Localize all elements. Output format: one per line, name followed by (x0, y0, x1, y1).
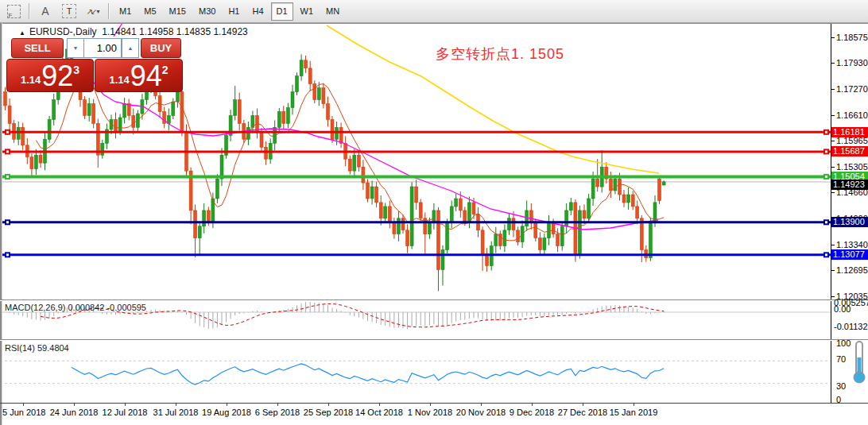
date-tick (176, 403, 176, 406)
date-tick (481, 403, 482, 406)
toolbar-separator (108, 3, 110, 19)
date-label: 24 Jun 2018 (50, 408, 99, 417)
volume-increase-button[interactable]: ▲ (122, 38, 139, 58)
symbol-collapse-icon[interactable]: ▲ (19, 29, 25, 37)
axis-tick (831, 89, 835, 90)
axis-tick (831, 115, 835, 116)
rsi-label: RSI(14) 59.4804 (5, 343, 69, 353)
date-tick (430, 403, 431, 406)
window-left-border (0, 23, 2, 425)
chevron-down-icon[interactable]: ▾ (96, 8, 99, 15)
date-label: 31 Jul 2018 (153, 408, 199, 417)
date-label: 6 Sep 2018 (255, 408, 300, 417)
date-label: 12 Jul 2018 (103, 408, 148, 417)
date-tick (634, 403, 634, 406)
chart-annotation-text: 多空转折点1. 1505 (436, 44, 564, 64)
axis-tick (831, 63, 835, 64)
buy-price-prefix: 1.14 (109, 74, 129, 86)
rsi-axis-label: 30 (836, 382, 846, 391)
date-tick (277, 403, 278, 406)
buy-price-main: 94 (130, 63, 162, 89)
date-tick (227, 403, 227, 406)
axis-tick (831, 167, 835, 168)
chart-header: ▲EURUSD-,Daily 1.14841 1.14958 1.14835 1… (19, 26, 248, 37)
date-label: 9 Dec 2018 (510, 408, 554, 417)
chart-area: ▲EURUSD-,Daily 1.14841 1.14958 1.14835 1… (0, 23, 868, 425)
timeframe-button-mn[interactable]: MN (320, 2, 345, 21)
date-tick (328, 403, 329, 406)
price-badge: 1.15687 (831, 146, 868, 156)
date-label: 25 Sep 2018 (304, 408, 353, 417)
macd-axis-label: 0.00 (834, 305, 851, 314)
rsi-panel-canvas[interactable] (0, 341, 831, 403)
macd-value-main: 0.000842 (68, 303, 104, 312)
macd-axis-label: -0.011328 (834, 323, 868, 331)
timeframe-button-h1[interactable]: H1 (223, 2, 245, 21)
trading-terminal-window: F A T ↗↙ ▾ M1M5M15M30H1H4D1W1MN ▲EURUSD-… (0, 0, 868, 425)
sell-price-box[interactable]: 1.14923 (6, 59, 94, 92)
buy-price-box[interactable]: 1.14942 (95, 59, 183, 92)
price-badge: 1.13077 (831, 249, 868, 260)
price-badge: 1.16181 (831, 127, 868, 137)
rsi-axis-label: 70 (836, 355, 846, 364)
thermometer-icon (853, 340, 866, 386)
price-tick-label: 1.17270 (836, 84, 868, 94)
timeframe-buttons: M1M5M15M30H1H4D1W1MN (113, 2, 346, 21)
axis-tick (831, 37, 835, 38)
rsi-value: 59.4804 (37, 343, 69, 353)
timeframe-button-m1[interactable]: M1 (114, 2, 137, 21)
symbol-title: EURUSD-,Daily (29, 26, 97, 37)
date-label: 5 Jun 2018 (2, 408, 45, 417)
axis-tick (831, 192, 835, 193)
date-tick (583, 403, 583, 406)
timeframe-button-d1[interactable]: D1 (271, 2, 293, 21)
axis-tick (831, 296, 835, 297)
font-tool-icon[interactable]: A (34, 2, 56, 21)
date-label: 20 Nov 2018 (456, 408, 506, 417)
date-label: 19 Aug 2018 (202, 408, 251, 417)
timeframe-button-m5[interactable]: M5 (138, 2, 161, 21)
price-tick-label: 1.15305 (836, 162, 868, 172)
date-label: 27 Dec 2018 (558, 408, 607, 417)
macd-value-signal: -0.000595 (107, 303, 146, 312)
text-label-tool-icon[interactable]: T (58, 2, 80, 21)
rsi-line (72, 364, 664, 384)
timeframe-button-w1[interactable]: W1 (295, 2, 320, 21)
date-tick (23, 403, 24, 406)
sell-button[interactable]: SELL (11, 38, 64, 58)
date-axis-line (0, 403, 868, 404)
date-label: 15 Jan 2019 (610, 408, 658, 417)
toolbar: F A T ↗↙ ▾ M1M5M15M30H1H4D1W1MN (0, 0, 868, 23)
date-label: 14 Oct 2018 (355, 408, 403, 417)
macd-label: MACD(12,26,9) 0.000842 -0.000595 (5, 303, 146, 312)
axis-tick (831, 245, 835, 245)
date-tick (379, 403, 380, 406)
date-tick (532, 403, 533, 406)
timeframe-button-h4[interactable]: H4 (246, 2, 269, 21)
cursor-arrows-tool-icon[interactable]: ↗↙ ▾ (82, 2, 104, 21)
price-axis-line (831, 24, 831, 403)
date-tick (74, 403, 75, 406)
axis-tick (831, 270, 835, 271)
price-tick-label: 1.16610 (836, 110, 868, 120)
price-badge: 1.14923 (831, 180, 868, 190)
timeframe-button-m15[interactable]: M15 (164, 2, 192, 21)
rsi-axis-label: 100 (836, 339, 851, 348)
ohlc-readout: 1.14841 1.14958 1.14835 1.14923 (102, 26, 248, 37)
date-label: 1 Nov 2018 (408, 408, 452, 417)
timeframe-button-m30[interactable]: M30 (193, 2, 221, 21)
panel-splitter-rsi[interactable] (0, 339, 868, 341)
rsi-axis-label: 0 (836, 396, 841, 404)
sell-price-pip: 3 (73, 64, 79, 76)
axis-tick (831, 141, 835, 141)
date-tick (125, 403, 126, 406)
price-tick-label: 1.17930 (836, 58, 868, 68)
marquee-tool-icon[interactable]: F (2, 2, 25, 21)
buy-button[interactable]: BUY (141, 38, 181, 58)
sell-price-prefix: 1.14 (21, 74, 41, 86)
toolbar-separator (29, 3, 30, 19)
volume-decrease-button[interactable]: ▼ (67, 38, 84, 58)
volume-input[interactable] (83, 38, 122, 58)
panel-splitter-macd[interactable] (0, 299, 868, 301)
ma-mid-line (94, 83, 658, 230)
